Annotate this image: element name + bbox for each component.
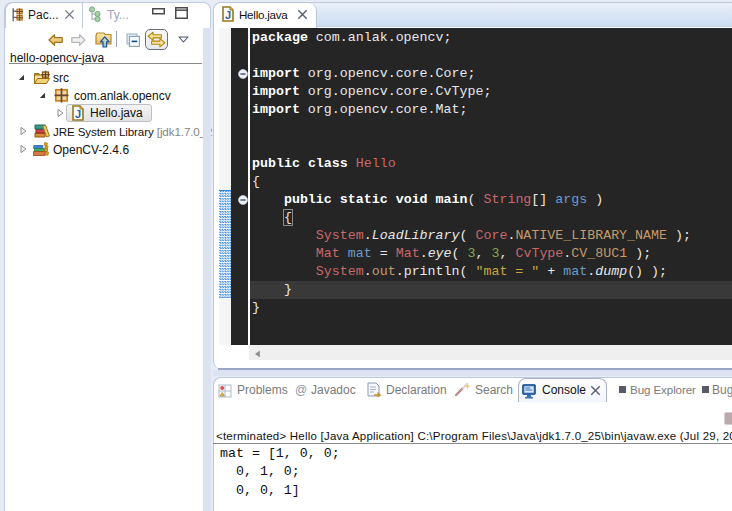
svg-text:J: J: [225, 9, 231, 21]
svg-text:J: J: [75, 108, 81, 120]
